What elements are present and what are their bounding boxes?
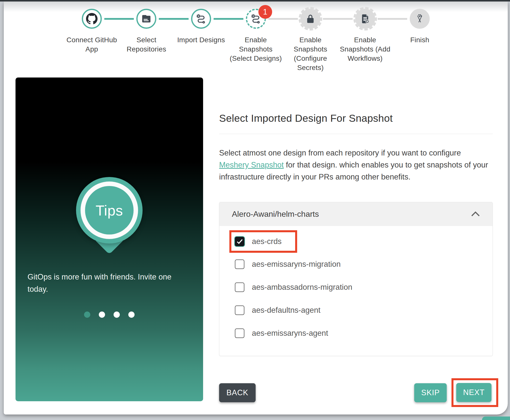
step-circle-active: 1: [246, 9, 266, 29]
onboarding-modal: Connect GitHub App Select Repositories: [4, 2, 508, 414]
setup-stepper: Connect GitHub App Select Repositories: [65, 9, 447, 72]
wizard-actions: BACK SKIP NEXT: [219, 378, 493, 407]
step-label: Import Designs: [177, 36, 225, 45]
tips-message: GitOps is more fun with friends. Invite …: [16, 271, 203, 296]
step-circle-completed: [191, 9, 211, 29]
finish-flags-icon: [414, 13, 425, 24]
carousel-dot[interactable]: [114, 312, 120, 318]
step-label: Select Repositories: [119, 36, 174, 54]
design-checkbox[interactable]: [235, 328, 244, 338]
design-checkbox[interactable]: [235, 282, 244, 292]
step-circle-upcoming: [355, 9, 375, 29]
design-checkbox-checked[interactable]: [235, 237, 244, 246]
chat-widget-peek[interactable]: [482, 416, 510, 420]
repository-accordion-header[interactable]: Alero-Awani/helm-charts: [219, 202, 492, 226]
annotation-box-aes-crds: aes-crds: [229, 230, 297, 253]
step-label: Enable Snapshots (Add Workflows): [338, 36, 392, 63]
tips-label: Tips: [85, 186, 134, 234]
next-button[interactable]: NEXT: [456, 383, 491, 402]
design-row: aes-defaultns-agent: [235, 299, 492, 322]
step-label: Connect GitHub App: [65, 36, 119, 54]
chevron-up-icon[interactable]: [471, 211, 480, 220]
carousel-dot-active[interactable]: [84, 312, 90, 318]
checkmark-icon: [237, 238, 243, 244]
github-icon: [86, 13, 98, 24]
snapshot-design-selection: Select Imported Design For Snapshot Sele…: [219, 78, 493, 407]
repository-icon: [141, 13, 152, 24]
step-circle-upcoming: [300, 9, 320, 29]
design-row: aes-emissaryns-agent: [235, 322, 492, 345]
description-before: Select atmost one design from each repos…: [219, 148, 461, 157]
notification-badge: 1: [258, 5, 272, 19]
carousel-dots: [84, 312, 135, 318]
design-label: aes-emissaryns-migration: [252, 260, 341, 269]
lock-icon: [305, 13, 316, 24]
design-label: aes-ambassadorns-migration: [252, 283, 352, 292]
design-row: aes-emissaryns-migration: [235, 253, 492, 276]
repository-name: Alero-Awani/helm-charts: [232, 210, 319, 219]
step-label: Enable Snapshots (Configure Secrets): [283, 36, 338, 72]
carousel-dot[interactable]: [99, 312, 105, 318]
design-route-icon: [195, 13, 207, 24]
tips-pin-badge: Tips: [76, 177, 143, 250]
back-button[interactable]: BACK: [219, 383, 256, 402]
design-label: aes-defaultns-agent: [252, 306, 320, 315]
design-checkbox[interactable]: [235, 306, 244, 315]
annotation-box-next: NEXT: [451, 378, 498, 407]
tips-carousel-panel: Tips GitOps is more fun with friends. In…: [16, 78, 203, 401]
step-label: Enable Snapshots (Select Designs): [228, 36, 283, 63]
design-label: aes-emissaryns-agent: [252, 329, 328, 338]
skip-button[interactable]: SKIP: [414, 383, 447, 402]
description-text: Select atmost one design from each repos…: [219, 147, 493, 183]
repository-accordion: Alero-Awani/helm-charts aes-crds aes-emi…: [219, 202, 493, 356]
carousel-dot[interactable]: [128, 312, 135, 318]
document-add-icon: [360, 13, 371, 24]
window-top-edge: [0, 0, 510, 2]
design-row: aes-ambassadorns-migration: [235, 276, 492, 299]
step-circle-completed: [136, 9, 156, 29]
step-circle-upcoming: [410, 9, 430, 29]
step-circle-completed: [82, 9, 102, 29]
step-finish: Finish: [392, 9, 447, 72]
design-checkbox-list: aes-crds aes-emissaryns-migration aes-am…: [219, 226, 492, 356]
step-label: Finish: [410, 36, 429, 45]
title-divider: [219, 134, 493, 134]
design-label: aes-crds: [252, 237, 282, 246]
tips-pin-circle: Tips: [76, 177, 143, 244]
meshery-snapshot-link[interactable]: Meshery Snapshot: [219, 160, 284, 169]
design-checkbox[interactable]: [235, 260, 244, 269]
page-title: Select Imported Design For Snapshot: [219, 112, 493, 124]
